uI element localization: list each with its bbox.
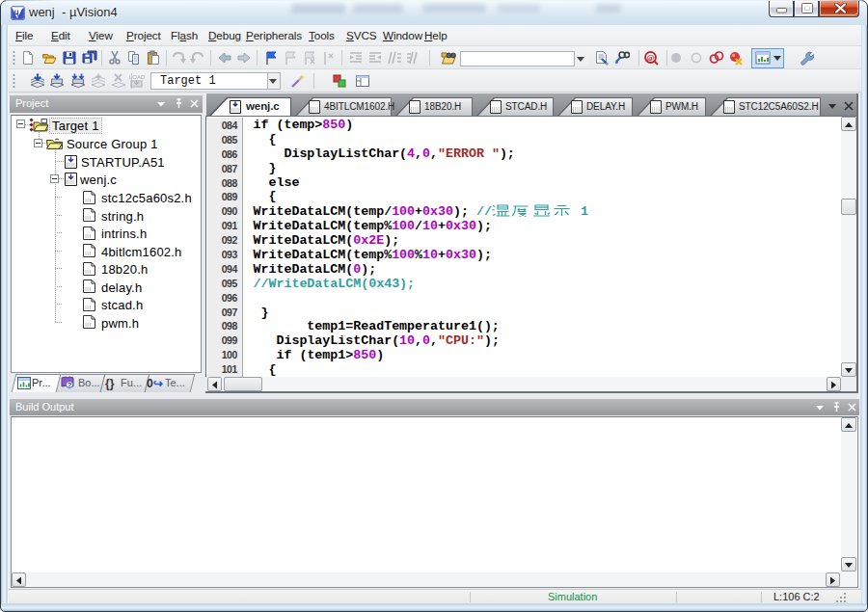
svg-text:?: ? xyxy=(68,381,72,389)
